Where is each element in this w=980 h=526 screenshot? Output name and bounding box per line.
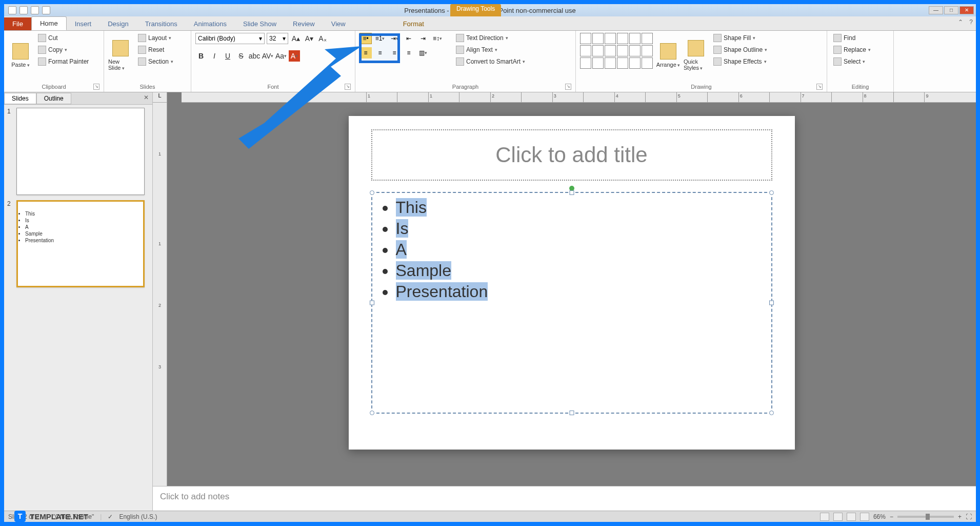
- strikethrough-button[interactable]: S: [235, 50, 247, 62]
- slide-thumb-1[interactable]: 1: [7, 108, 149, 195]
- bullet-item[interactable]: Presentation: [396, 282, 760, 301]
- align-left-button[interactable]: ≡: [359, 47, 372, 59]
- bullet-item[interactable]: Is: [396, 219, 760, 238]
- select-button[interactable]: Select: [831, 56, 873, 67]
- save-icon[interactable]: [19, 6, 28, 14]
- paragraph-launcher[interactable]: ↘: [565, 84, 571, 90]
- reset-button[interactable]: Reset: [136, 45, 175, 55]
- align-right-button[interactable]: ≡: [388, 47, 401, 59]
- undo-icon[interactable]: [31, 6, 39, 14]
- clear-formatting-button[interactable]: Aₓ: [317, 33, 328, 44]
- underline-button[interactable]: U: [222, 50, 233, 62]
- convert-smartart-button[interactable]: Convert to SmartArt: [454, 56, 527, 67]
- grow-font-button[interactable]: A▴: [290, 33, 302, 44]
- tab-transitions[interactable]: Transitions: [137, 17, 186, 30]
- bullet-item[interactable]: A: [396, 240, 760, 259]
- bullet-item[interactable]: This: [396, 198, 760, 217]
- minimize-button[interactable]: —: [929, 6, 943, 14]
- copy-button[interactable]: Copy: [36, 45, 91, 55]
- slide-canvas[interactable]: Click to add title: [349, 116, 795, 450]
- content-placeholder[interactable]: This Is A Sample Presentation: [371, 192, 772, 414]
- italic-button[interactable]: I: [209, 50, 220, 62]
- quick-styles-button[interactable]: Quick Styles: [684, 33, 708, 78]
- decrease-indent-button[interactable]: ⇤: [403, 33, 415, 44]
- resize-handle-sw[interactable]: [370, 411, 374, 415]
- shape-outline-button[interactable]: Shape Outline: [711, 45, 769, 55]
- tab-slide-show[interactable]: Slide Show: [235, 17, 285, 30]
- increase-indent-button[interactable]: ⇥: [417, 33, 429, 44]
- bullet-item[interactable]: Sample: [396, 261, 760, 280]
- font-family-select[interactable]: Calibri (Body)▾: [195, 33, 265, 44]
- tab-insert[interactable]: Insert: [67, 17, 100, 30]
- shape-effects-button[interactable]: Shape Effects: [711, 56, 769, 67]
- arrange-button[interactable]: Arrange: [656, 33, 681, 78]
- text-direction-button[interactable]: Text Direction: [454, 33, 527, 43]
- panel-tab-slides[interactable]: Slides: [4, 93, 36, 104]
- columns-button[interactable]: ▥: [417, 47, 429, 59]
- panel-tab-outline[interactable]: Outline: [36, 93, 71, 104]
- paste-button[interactable]: Paste: [8, 33, 33, 78]
- resize-handle-e[interactable]: [769, 301, 774, 305]
- shapes-gallery[interactable]: [580, 33, 653, 69]
- fit-to-window-button[interactable]: ⛶: [966, 513, 972, 520]
- justify-button[interactable]: ≡: [403, 47, 415, 59]
- zoom-slider[interactable]: [897, 516, 954, 518]
- tab-view[interactable]: View: [323, 17, 354, 30]
- bold-button[interactable]: B: [195, 50, 207, 62]
- view-reading-button[interactable]: [847, 513, 856, 521]
- section-button[interactable]: Section: [136, 56, 175, 67]
- slide-thumb-2[interactable]: 2 This Is A Sample Presentation: [7, 200, 149, 287]
- line-spacing-button[interactable]: ≡↕: [431, 33, 444, 44]
- resize-handle-nw[interactable]: [370, 190, 374, 195]
- font-size-select[interactable]: 32▾: [267, 33, 288, 44]
- view-sorter-button[interactable]: [833, 513, 843, 521]
- new-slide-button[interactable]: New Slide: [108, 33, 133, 78]
- resize-handle-ne[interactable]: [769, 190, 774, 195]
- drawing-launcher[interactable]: ↘: [816, 84, 823, 90]
- zoom-value[interactable]: 66%: [873, 513, 886, 520]
- font-launcher[interactable]: ↘: [345, 84, 351, 90]
- notes-pane[interactable]: Click to add notes: [153, 486, 976, 511]
- tab-animations[interactable]: Animations: [186, 17, 235, 30]
- align-text-button[interactable]: Align Text: [454, 45, 527, 55]
- change-case-button[interactable]: Aa: [275, 50, 287, 62]
- title-placeholder[interactable]: Click to add title: [371, 129, 772, 181]
- layout-button[interactable]: Layout: [136, 33, 175, 43]
- cut-button[interactable]: Cut: [36, 33, 91, 43]
- status-language[interactable]: English (U.S.): [119, 513, 157, 520]
- view-normal-button[interactable]: [820, 513, 829, 521]
- panel-close-button[interactable]: ✕: [142, 94, 150, 102]
- maximize-button[interactable]: □: [944, 6, 958, 14]
- shrink-font-button[interactable]: A▾: [304, 33, 315, 44]
- shadow-button[interactable]: abc: [249, 50, 260, 62]
- tab-design[interactable]: Design: [99, 17, 136, 30]
- char-spacing-button[interactable]: AV: [262, 50, 273, 62]
- view-slideshow-button[interactable]: [860, 513, 869, 521]
- tab-review[interactable]: Review: [285, 17, 323, 30]
- close-button[interactable]: ✕: [959, 6, 974, 14]
- numbering-button[interactable]: ≡1: [374, 33, 386, 44]
- tab-home[interactable]: Home: [31, 16, 67, 30]
- help-icon[interactable]: ?: [969, 18, 973, 26]
- minimize-ribbon-icon[interactable]: ⌃: [958, 18, 963, 26]
- redo-icon[interactable]: [42, 6, 50, 14]
- format-painter-button[interactable]: Format Painter: [36, 56, 91, 67]
- zoom-out-button[interactable]: −: [890, 513, 893, 520]
- align-center-button[interactable]: ≡: [374, 47, 386, 59]
- ruler-horizontal[interactable]: 1123456789: [182, 92, 976, 103]
- resize-handle-se[interactable]: [769, 411, 774, 415]
- tab-format[interactable]: Format: [395, 17, 432, 30]
- shape-fill-button[interactable]: Shape Fill: [711, 33, 769, 43]
- clipboard-launcher[interactable]: ↘: [93, 84, 99, 90]
- tab-file[interactable]: File: [4, 17, 31, 30]
- font-color-button[interactable]: A: [289, 50, 300, 62]
- find-button[interactable]: Find: [831, 33, 873, 43]
- ruler-vertical[interactable]: 1123: [153, 103, 167, 486]
- resize-handle-n[interactable]: [569, 190, 574, 195]
- list-level-button[interactable]: ⇥: [388, 33, 401, 44]
- replace-button[interactable]: Replace: [831, 45, 873, 55]
- resize-handle-s[interactable]: [569, 411, 574, 415]
- spell-check-icon[interactable]: ✓: [108, 513, 113, 520]
- bullets-button[interactable]: ≡•: [359, 33, 372, 44]
- zoom-in-button[interactable]: +: [958, 513, 962, 520]
